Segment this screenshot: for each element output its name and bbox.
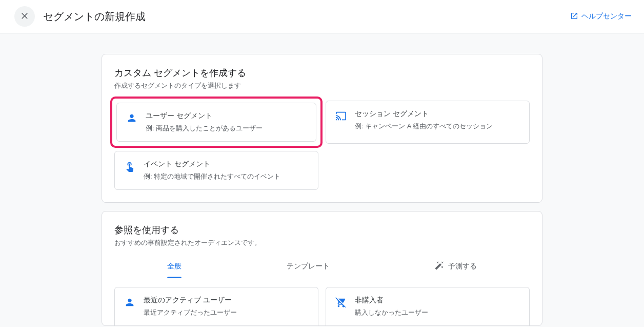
tab-predict[interactable]: 予測する bbox=[427, 256, 485, 277]
dialog-title: セグメントの新規作成 bbox=[43, 10, 146, 24]
reference-option-grid: 最近のアクティブ ユーザー 最近アクティブだったユーザー 非購入者 購入しなかっ… bbox=[114, 287, 530, 325]
tab-template[interactable]: テンプレート bbox=[278, 257, 338, 276]
option-event-segment[interactable]: イベント セグメント 例: 特定の地域で開催されたすべてのイベント bbox=[114, 151, 318, 190]
session-icon bbox=[335, 110, 347, 122]
user-icon bbox=[124, 297, 135, 308]
option-user-text: ユーザー セグメント 例: 商品を購入したことがあるユーザー bbox=[146, 111, 263, 133]
magic-wand-icon bbox=[435, 261, 444, 272]
tab-general[interactable]: 全般 bbox=[159, 257, 190, 276]
option-session-text: セッション セグメント 例: キャンペーン A 経由のすべてのセッション bbox=[355, 109, 493, 131]
header-left: セグメントの新規作成 bbox=[14, 6, 146, 27]
option-nonpurchaser-desc: 購入しなかったユーザー bbox=[355, 308, 428, 317]
option-nonpurchaser-text: 非購入者 購入しなかったユーザー bbox=[355, 296, 428, 317]
option-user-segment[interactable]: ユーザー セグメント 例: 商品を購入したことがあるユーザー bbox=[116, 103, 316, 142]
main-canvas: カスタム セグメントを作成する 作成するセグメントのタイプを選択します ユーザー… bbox=[0, 33, 644, 327]
option-user-title: ユーザー セグメント bbox=[146, 111, 263, 121]
option-non-purchaser[interactable]: 非購入者 購入しなかったユーザー bbox=[326, 287, 530, 325]
option-recent-title: 最近のアクティブ ユーザー bbox=[144, 296, 237, 305]
custom-segment-card: カスタム セグメントを作成する 作成するセグメントのタイプを選択します ユーザー… bbox=[102, 54, 542, 203]
option-session-title: セッション セグメント bbox=[355, 109, 493, 119]
option-session-desc: 例: キャンペーン A 経由のすべてのセッション bbox=[355, 122, 493, 131]
dialog-header: セグメントの新規作成 ヘルプセンター bbox=[0, 0, 644, 33]
close-icon bbox=[19, 11, 30, 23]
option-event-title: イベント セグメント bbox=[144, 160, 280, 169]
option-user-desc: 例: 商品を購入したことがあるユーザー bbox=[146, 124, 263, 133]
reference-card: 参照を使用する おすすめの事前設定されたオーディエンスです。 全般 テンプレート… bbox=[102, 211, 542, 326]
option-session-segment[interactable]: セッション セグメント 例: キャンペーン A 経由のすべてのセッション bbox=[326, 101, 530, 144]
reference-card-title: 参照を使用する bbox=[114, 224, 530, 236]
no-cart-icon bbox=[335, 297, 347, 308]
custom-card-title: カスタム セグメントを作成する bbox=[114, 67, 530, 79]
option-event-text: イベント セグメント 例: 特定の地域で開催されたすべてのイベント bbox=[144, 160, 280, 181]
reference-card-subtitle: おすすめの事前設定されたオーディエンスです。 bbox=[114, 238, 530, 247]
content-column: カスタム セグメントを作成する 作成するセグメントのタイプを選択します ユーザー… bbox=[102, 54, 542, 327]
custom-card-subtitle: 作成するセグメントのタイプを選択します bbox=[114, 81, 530, 90]
close-button[interactable] bbox=[14, 6, 35, 27]
help-center-label: ヘルプセンター bbox=[581, 12, 632, 21]
user-icon bbox=[126, 112, 137, 124]
option-event-desc: 例: 特定の地域で開催されたすべてのイベント bbox=[144, 172, 280, 181]
option-recent-desc: 最近アクティブだったユーザー bbox=[144, 308, 237, 317]
highlight-user-segment: ユーザー セグメント 例: 商品を購入したことがあるユーザー bbox=[110, 97, 323, 148]
custom-option-grid: ユーザー セグメント 例: 商品を購入したことがあるユーザー セッション セグメ… bbox=[114, 101, 530, 190]
tab-template-label: テンプレート bbox=[287, 262, 330, 271]
tab-general-label: 全般 bbox=[167, 262, 182, 271]
reference-tabs: 全般 テンプレート 予測する bbox=[114, 256, 530, 277]
external-link-icon bbox=[570, 12, 578, 22]
option-recent-text: 最近のアクティブ ユーザー 最近アクティブだったユーザー bbox=[144, 296, 237, 317]
help-center-link[interactable]: ヘルプセンター bbox=[570, 12, 632, 22]
option-recent-active[interactable]: 最近のアクティブ ユーザー 最近アクティブだったユーザー bbox=[114, 287, 318, 325]
option-nonpurchaser-title: 非購入者 bbox=[355, 296, 428, 305]
tab-predict-label: 予測する bbox=[448, 262, 477, 271]
event-icon bbox=[124, 161, 135, 172]
